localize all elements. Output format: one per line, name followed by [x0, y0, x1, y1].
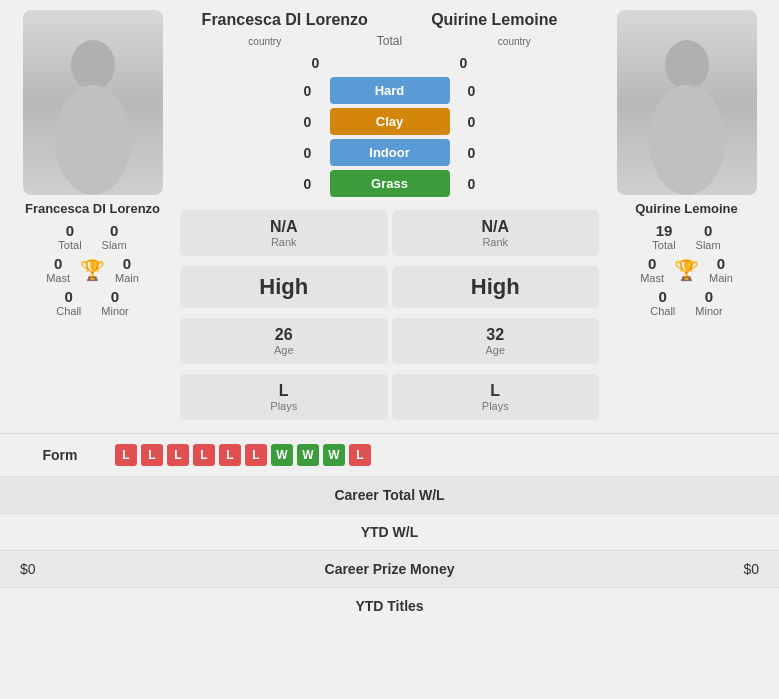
left-chall-cell: 0 Chall	[56, 288, 81, 317]
career-total-label: Career Total W/L	[334, 487, 444, 503]
court-left-score-1: 0	[294, 114, 322, 130]
right-minor-cell: 0 Minor	[695, 288, 723, 317]
left-minor-label: Minor	[101, 305, 129, 317]
form-badge-6: W	[271, 444, 293, 466]
left-player-col: Francesca DI Lorenzo 0 Total 0 Slam 0 Ma…	[10, 10, 175, 423]
right-chall-value: 0	[659, 288, 667, 305]
left-main-value: 0	[123, 255, 131, 272]
court-left-score-0: 0	[294, 83, 322, 99]
left-chall-value: 0	[65, 288, 73, 305]
right-mast-cell: 0 Mast	[640, 255, 664, 284]
total-left-score: 0	[302, 55, 330, 71]
left-plays-label: Plays	[270, 400, 297, 412]
court-right-score-3: 0	[458, 176, 486, 192]
right-main-label: Main	[709, 272, 733, 284]
form-badge-8: W	[323, 444, 345, 466]
right-country-area: country	[430, 31, 600, 49]
ytd-wl-label: YTD W/L	[361, 524, 419, 540]
career-prize-row: $0 Career Prize Money $0	[0, 550, 779, 587]
right-player-col: Quirine Lemoine 19 Total 0 Slam 0 Mast 🏆	[604, 10, 769, 423]
left-high-panel: High	[180, 266, 388, 308]
right-plays-label: Plays	[482, 400, 509, 412]
svg-point-0	[71, 40, 115, 90]
left-total-label: Total	[58, 239, 81, 251]
form-badge-1: L	[141, 444, 163, 466]
left-plays-panel: L Plays	[180, 374, 388, 420]
left-center-player-name: Francesca DI Lorenzo	[180, 10, 390, 29]
right-chall-cell: 0 Chall	[650, 288, 675, 317]
right-player-avatar	[617, 10, 757, 195]
prize-left-value: $0	[20, 561, 180, 577]
right-country-text: country	[498, 36, 531, 47]
right-total-label: Total	[652, 239, 675, 251]
right-age-label: Age	[485, 344, 505, 356]
left-total-value: 0	[66, 222, 74, 239]
bottom-section: Form LLLLLLWWWL Career Total W/L YTD W/L…	[0, 433, 779, 624]
right-age-panel: 32 Age	[392, 318, 600, 364]
left-total-cell: 0 Total	[58, 222, 81, 251]
form-badge-9: L	[349, 444, 371, 466]
left-country-text: country	[248, 36, 281, 47]
ytd-wl-row: YTD W/L	[0, 513, 779, 550]
left-age-label: Age	[274, 344, 294, 356]
left-main-cell: 0 Main	[115, 255, 139, 284]
form-badge-7: W	[297, 444, 319, 466]
left-high-value: High	[259, 274, 308, 300]
court-rows-container: 0Hard00Clay00Indoor00Grass0	[180, 77, 599, 201]
center-col: Francesca DI Lorenzo Quirine Lemoine cou…	[180, 10, 599, 423]
left-slam-label: Slam	[102, 239, 127, 251]
right-total-value: 19	[656, 222, 673, 239]
right-age-value: 32	[486, 326, 504, 344]
top-area: Francesca DI Lorenzo 0 Total 0 Slam 0 Ma…	[0, 0, 779, 433]
court-left-score-3: 0	[294, 176, 322, 192]
form-badge-2: L	[167, 444, 189, 466]
left-minor-cell: 0 Minor	[101, 288, 129, 317]
court-badge-2: Indoor	[330, 139, 450, 166]
ytd-titles-label: YTD Titles	[355, 598, 423, 614]
right-slam-value: 0	[704, 222, 712, 239]
right-rank-label: Rank	[482, 236, 508, 248]
right-chall-label: Chall	[650, 305, 675, 317]
court-badge-1: Clay	[330, 108, 450, 135]
right-minor-label: Minor	[695, 305, 723, 317]
right-high-panel: High	[392, 266, 600, 308]
court-right-score-0: 0	[458, 83, 486, 99]
court-badge-3: Grass	[330, 170, 450, 197]
right-slam-cell: 0 Slam	[696, 222, 721, 251]
form-badge-4: L	[219, 444, 241, 466]
right-main-value: 0	[717, 255, 725, 272]
left-player-name: Francesca DI Lorenzo	[25, 201, 160, 216]
form-row: Form LLLLLLWWWL	[0, 433, 779, 476]
right-rank-value: N/A	[481, 218, 509, 236]
left-center-name-block: Francesca DI Lorenzo	[180, 10, 390, 29]
left-age-panel: 26 Age	[180, 318, 388, 364]
right-minor-value: 0	[705, 288, 713, 305]
left-country-area: country	[180, 31, 350, 49]
right-player-name: Quirine Lemoine	[635, 201, 738, 216]
left-player-avatar	[23, 10, 163, 195]
left-rank-panel: N/A Rank	[180, 210, 388, 256]
total-center-label: Total	[350, 31, 430, 49]
main-container: Francesca DI Lorenzo 0 Total 0 Slam 0 Ma…	[0, 0, 779, 624]
form-badge-0: L	[115, 444, 137, 466]
form-label: Form	[20, 447, 100, 463]
left-trophy-icon: 🏆	[80, 258, 105, 282]
career-total-row: Career Total W/L	[0, 476, 779, 513]
svg-point-1	[55, 85, 131, 195]
left-minor-value: 0	[111, 288, 119, 305]
total-label: Total	[377, 34, 402, 48]
court-right-score-1: 0	[458, 114, 486, 130]
left-plays-value: L	[279, 382, 289, 400]
left-rank-label: Rank	[271, 236, 297, 248]
right-plays-value: L	[490, 382, 500, 400]
right-center-player-name: Quirine Lemoine	[390, 10, 600, 29]
form-badges-container: LLLLLLWWWL	[115, 444, 371, 466]
left-main-label: Main	[115, 272, 139, 284]
left-slam-value: 0	[110, 222, 118, 239]
right-mast-label: Mast	[640, 272, 664, 284]
right-mast-value: 0	[648, 255, 656, 272]
left-chall-label: Chall	[56, 305, 81, 317]
ytd-titles-row: YTD Titles	[0, 587, 779, 624]
total-right-score: 0	[450, 55, 478, 71]
court-row-0: 0Hard0	[180, 77, 599, 104]
